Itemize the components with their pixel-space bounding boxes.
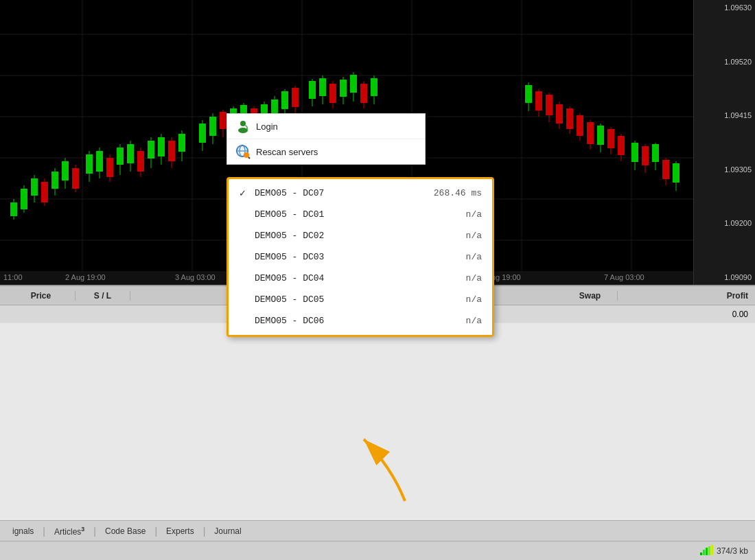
svg-rect-14: [10, 202, 17, 216]
svg-rect-106: [652, 144, 659, 162]
context-menu: Login Rescan servers: [226, 113, 426, 165]
svg-rect-36: [127, 144, 134, 163]
col-profit-header: Profit: [618, 291, 755, 301]
server-ping-dc04: n/a: [427, 273, 482, 283]
svg-rect-102: [631, 143, 638, 162]
status-bar: 374/3 kb: [0, 541, 755, 560]
price-label-2: 1.09520: [697, 58, 752, 66]
svg-text:3 Aug 03:00: 3 Aug 03:00: [175, 273, 216, 281]
svg-rect-52: [220, 112, 226, 129]
server-item-dc07[interactable]: ✓ DEMO05 - DC07 268.46 ms: [229, 183, 492, 204]
server-ping-dc01: n/a: [427, 209, 482, 220]
svg-rect-76: [350, 75, 357, 93]
price-label-1: 1.09630: [697, 3, 752, 12]
server-name-dc04: DEMO05 - DC04: [255, 273, 427, 283]
price-axis: 1.09630 1.09520 1.09415 1.09305 1.09200 …: [693, 0, 755, 285]
svg-rect-82: [525, 85, 532, 103]
svg-rect-44: [168, 141, 175, 161]
server-name-dc07: DEMO05 - DC07: [255, 188, 427, 198]
svg-rect-68: [309, 81, 316, 99]
svg-rect-96: [597, 126, 604, 145]
svg-rect-42: [158, 137, 165, 156]
svg-rect-100: [618, 136, 625, 155]
check-icon-dc07: ✓: [239, 188, 251, 198]
tab-articles[interactable]: Articles3: [49, 524, 90, 538]
svg-rect-66: [292, 88, 299, 107]
server-item-dc05[interactable]: DEMO05 - DC05 n/a: [229, 289, 492, 310]
svg-rect-26: [72, 168, 79, 189]
svg-rect-48: [199, 124, 206, 143]
menu-item-login[interactable]: Login: [227, 114, 425, 139]
server-name-dc03: DEMO05 - DC03: [255, 252, 427, 262]
tab-sep-2: |: [93, 526, 96, 537]
server-name-dc05: DEMO05 - DC05: [255, 294, 427, 305]
tab-signals[interactable]: ignals: [7, 525, 39, 537]
col-swap-header: Swap: [563, 291, 618, 301]
svg-rect-108: [662, 160, 669, 179]
server-item-dc01[interactable]: DEMO05 - DC01 n/a: [229, 204, 492, 225]
server-name-dc06: DEMO05 - DC06: [255, 316, 427, 326]
svg-rect-20: [41, 182, 48, 202]
svg-rect-121: [708, 546, 710, 555]
svg-rect-110: [673, 163, 680, 183]
svg-rect-70: [319, 78, 326, 96]
server-item-dc04[interactable]: DEMO05 - DC04 n/a: [229, 268, 492, 289]
svg-rect-119: [703, 550, 705, 555]
svg-rect-118: [700, 552, 702, 555]
server-name-dc01: DEMO05 - DC01: [255, 209, 427, 220]
price-label-4: 1.09305: [697, 165, 752, 174]
memory-icon: [700, 544, 714, 557]
server-item-dc06[interactable]: DEMO05 - DC06 n/a: [229, 310, 492, 331]
svg-text:2 Aug 19:00: 2 Aug 19:00: [65, 273, 106, 281]
svg-rect-74: [340, 80, 347, 97]
svg-rect-72: [329, 84, 336, 103]
svg-point-130: [244, 152, 249, 158]
bottom-tabs: ignals | Articles3 | Code Base | Experts…: [0, 520, 755, 541]
tab-journal[interactable]: Journal: [209, 525, 246, 537]
server-ping-dc05: n/a: [427, 294, 482, 305]
svg-rect-104: [642, 146, 649, 165]
memory-info: 374/3 kb: [717, 546, 748, 556]
col-sl-header: S / L: [76, 291, 130, 301]
svg-rect-94: [587, 122, 594, 144]
tab-codebase[interactable]: Code Base: [100, 525, 151, 537]
svg-rect-30: [96, 151, 103, 172]
svg-point-123: [240, 121, 246, 126]
svg-rect-120: [706, 548, 708, 555]
svg-rect-80: [371, 78, 378, 96]
server-name-dc02: DEMO05 - DC02: [255, 231, 427, 241]
server-ping-dc02: n/a: [427, 231, 482, 241]
svg-text:11:00: 11:00: [3, 273, 23, 281]
svg-line-131: [248, 157, 250, 159]
login-icon: [235, 119, 251, 134]
svg-rect-32: [106, 158, 113, 177]
tab-experts[interactable]: Experts: [161, 525, 200, 537]
arrow-svg: [336, 425, 474, 508]
server-item-dc03[interactable]: DEMO05 - DC03 n/a: [229, 246, 492, 268]
col-price-header: Price: [7, 291, 76, 301]
server-item-dc02[interactable]: DEMO05 - DC02 n/a: [229, 225, 492, 246]
svg-rect-28: [86, 154, 93, 174]
profit-cell: 0.00: [618, 310, 755, 319]
svg-rect-90: [566, 108, 573, 129]
tab-sep-1: |: [43, 526, 45, 537]
svg-rect-98: [607, 129, 614, 148]
articles-count: 3: [81, 526, 84, 533]
price-label-6: 1.09090: [697, 273, 752, 281]
svg-rect-40: [148, 141, 154, 159]
svg-rect-22: [51, 172, 58, 189]
rescan-label: Rescan servers: [256, 147, 318, 157]
menu-item-rescan[interactable]: Rescan servers: [227, 139, 425, 164]
svg-rect-92: [577, 115, 583, 136]
svg-rect-34: [117, 148, 124, 165]
svg-rect-78: [360, 84, 367, 103]
svg-rect-38: [137, 151, 144, 172]
svg-rect-84: [535, 91, 542, 110]
svg-rect-86: [546, 95, 553, 115]
server-ping-dc03: n/a: [427, 252, 482, 262]
server-ping-dc07: 268.46 ms: [427, 188, 482, 198]
svg-rect-18: [31, 178, 38, 196]
svg-rect-16: [21, 189, 27, 209]
server-list: ✓ DEMO05 - DC07 268.46 ms DEMO05 - DC01 …: [226, 177, 494, 337]
arrow-container: [336, 425, 474, 511]
